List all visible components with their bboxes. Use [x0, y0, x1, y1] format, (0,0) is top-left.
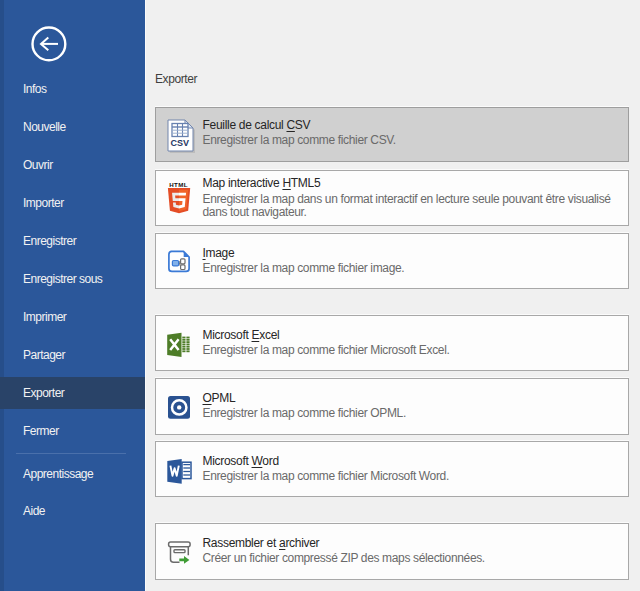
- svg-text:CSV: CSV: [171, 138, 190, 148]
- svg-text:HTML: HTML: [169, 181, 188, 188]
